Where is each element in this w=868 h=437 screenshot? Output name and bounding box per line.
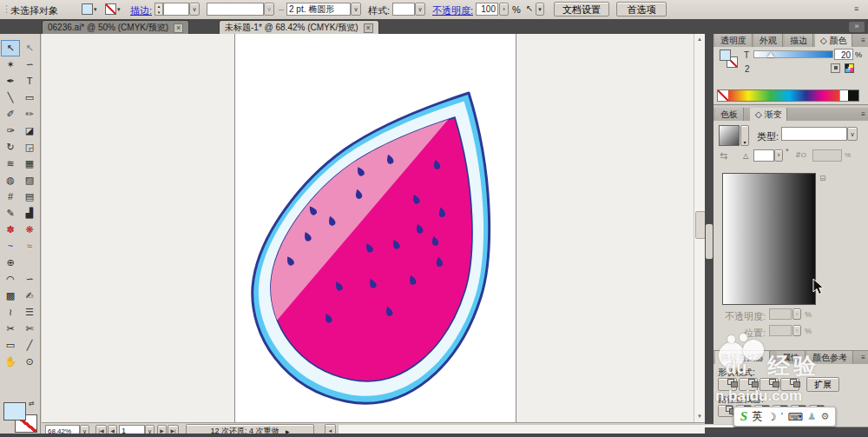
rectangle-tool[interactable]: ▭	[20, 89, 39, 106]
out-of-gamut-warning-icon[interactable]	[831, 63, 840, 73]
preferences-button[interactable]: 首选项	[616, 2, 667, 17]
ime-language-toggle[interactable]: 英	[752, 409, 762, 424]
opacity-field[interactable]: 100	[476, 3, 498, 16]
tab-stroke[interactable]: 描边	[785, 34, 813, 47]
paintbrush-tool[interactable]: ✐	[1, 106, 20, 122]
tab-pathfinder[interactable]: 路径查找器	[715, 351, 770, 364]
gradient-angle-field[interactable]	[753, 149, 774, 162]
line-segment-tool[interactable]: ╲	[1, 89, 20, 106]
shape-mode-exclude-button[interactable]	[780, 378, 799, 391]
sogou-logo-icon[interactable]: S	[740, 409, 747, 424]
vertical-scrollbar-thumb[interactable]	[695, 211, 705, 239]
spectrum-black-swatch[interactable]	[848, 90, 858, 101]
gradient-opacity-spinner-icon[interactable]: ›	[792, 308, 801, 320]
tab-attributes[interactable]: 属性	[777, 351, 806, 364]
fill-chevron-icon[interactable]: ▾	[94, 3, 97, 15]
gradient-location-spinner-icon[interactable]: ›	[792, 325, 801, 336]
pencil-tool[interactable]: ✏	[20, 106, 39, 122]
dock-resize-grip[interactable]	[706, 224, 713, 259]
delete-stop-icon[interactable]: ⊟	[819, 174, 826, 182]
symbol-sprayer-tool[interactable]: ✽	[1, 222, 20, 238]
shape-builder-tool[interactable]: ◍	[1, 172, 20, 189]
width-tool[interactable]: ≋	[1, 156, 20, 172]
tab-gradient[interactable]: ◇ 渐变	[750, 108, 787, 121]
gradient-type-field[interactable]	[781, 127, 847, 141]
gradient-panel-menu-icon[interactable]: ≡	[861, 110, 865, 118]
scroll-down-icon[interactable]: ▼	[694, 411, 705, 422]
stepper-up-icon[interactable]: ▴	[155, 3, 162, 10]
wrinkle-tool[interactable]: ∽	[20, 271, 39, 288]
gradient-slider-ramp[interactable]	[722, 173, 816, 305]
fill-color-swatch[interactable]	[82, 3, 93, 15]
style-chevron-icon[interactable]: ∨	[415, 3, 425, 16]
gradient-thumbnail-chevron-icon[interactable]: ▾	[740, 125, 749, 146]
close-tab-icon[interactable]: ×	[174, 23, 183, 33]
width-profile-field[interactable]	[207, 3, 264, 16]
stroke-color-swatch[interactable]	[105, 3, 116, 15]
gradient-location-field[interactable]	[769, 325, 792, 336]
fill-indicator-swatch[interactable]	[3, 402, 26, 420]
tint-slider[interactable]	[753, 50, 833, 58]
scale-tool[interactable]: ◲	[20, 139, 39, 156]
pen-tool[interactable]: ✒	[1, 73, 20, 89]
type-tool[interactable]: T	[20, 73, 39, 89]
select-similar-icon[interactable]: ↖	[526, 3, 533, 13]
ime-fullhalf-moon-icon[interactable]: ☽	[767, 411, 777, 423]
gradient-tool[interactable]: ▤	[20, 189, 39, 205]
ime-settings-wrench-icon[interactable]: ⚙	[820, 411, 829, 422]
symbol-stainer-tool[interactable]: ❋	[20, 222, 39, 238]
stepper-down-icon[interactable]: ▾	[155, 10, 162, 15]
tab-transparency[interactable]: 透明度	[715, 34, 753, 47]
tint-slider-marker[interactable]	[767, 52, 774, 57]
lasso-tool[interactable]: ∽	[20, 56, 39, 73]
ime-keyboard-icon[interactable]: ⌨	[787, 411, 802, 423]
web-safe-cube-icon[interactable]: ✕	[845, 63, 854, 73]
arc-tool[interactable]: ~	[1, 238, 20, 255]
live-paint-bucket-tool[interactable]: ▨	[20, 172, 39, 189]
scroll-up-icon[interactable]: ▲	[694, 34, 705, 45]
tab-color-guide[interactable]: 颜色参考	[807, 351, 853, 364]
document-setup-button[interactable]: 文档设置	[554, 2, 609, 17]
eraser-tool[interactable]: ◪	[20, 122, 39, 139]
panel-fill-swatch[interactable]	[720, 50, 731, 61]
blob-brush-tool[interactable]: ✑	[1, 122, 20, 139]
direct-selection-tool[interactable]: ↖	[20, 40, 39, 56]
gradient-thumbnail[interactable]	[719, 125, 740, 146]
width-profile-chevron-icon[interactable]: ∨	[264, 3, 274, 16]
color-spectrum-bar[interactable]	[717, 89, 859, 102]
style-field[interactable]	[392, 3, 415, 16]
shape-mode-minus-front-button[interactable]	[739, 378, 758, 391]
swap-fill-stroke-icon[interactable]: ⇄	[29, 400, 35, 407]
color-panel-menu-icon[interactable]: ≡	[861, 36, 865, 44]
live-paint-selection-tool[interactable]: ▩	[1, 288, 20, 304]
tab-untitled-1[interactable]: 未标题-1* @ 68.42% (CMYK/预览)×	[219, 20, 379, 35]
collapse-panels-button[interactable]: »	[849, 22, 865, 32]
tint-value-field[interactable]: 20	[834, 49, 853, 60]
select-similar-chevron-icon[interactable]: ▾	[536, 3, 544, 16]
freeform-tool[interactable]: ✍	[20, 288, 39, 304]
hand-tool[interactable]: ✋	[1, 354, 20, 370]
zoom-tool[interactable]: ⊙	[20, 354, 39, 370]
canvas-area[interactable]: ▲ ▼	[42, 34, 705, 422]
pathfinder-divide-button[interactable]	[718, 405, 733, 417]
shape-mode-intersect-button[interactable]	[760, 378, 779, 391]
control-bar-menu-icon[interactable]: ≡	[854, 4, 858, 13]
scissors-tool[interactable]: ✂	[1, 321, 20, 337]
stroke-weight-stepper[interactable]: ▴ ▾	[155, 3, 163, 16]
reshape-tool[interactable]: ◠	[1, 271, 20, 288]
magic-wand-tool[interactable]: ✶	[1, 56, 20, 73]
stroke-chevron-icon[interactable]: ▾	[117, 3, 121, 15]
ime-punctuation-icon[interactable]: ’	[781, 412, 783, 421]
slice-tool[interactable]: ╱	[20, 337, 39, 354]
tab-06236-ai[interactable]: 06236.ai* @ 50% (CMYK/预览)×	[42, 20, 189, 34]
scribble-tool[interactable]: ≀	[1, 304, 20, 321]
spectrum-none-swatch[interactable]	[718, 90, 728, 101]
pathfinder-panel-menu-icon[interactable]: ≡	[861, 354, 865, 361]
warp-tool[interactable]: ≈	[20, 238, 39, 255]
close-tab-icon[interactable]: ×	[364, 23, 373, 33]
column-graph-tool[interactable]: ▟	[20, 205, 39, 222]
reverse-gradient-icon[interactable]: ⇆	[720, 150, 727, 162]
rotate-tool[interactable]: ↻	[1, 139, 20, 156]
opacity-panel-link[interactable]: 不透明度:	[432, 4, 473, 17]
stroke-weight-chevron-icon[interactable]: ∨	[189, 3, 200, 16]
